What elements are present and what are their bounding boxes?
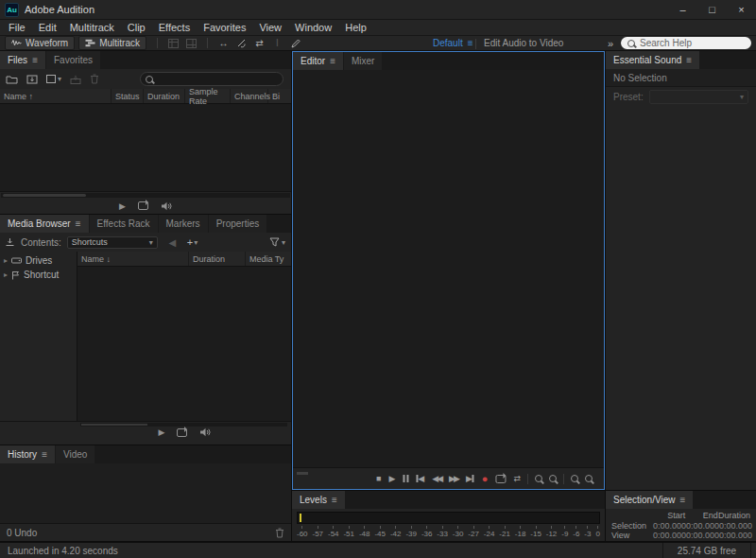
pencil-tool-icon[interactable] <box>288 39 302 48</box>
panel-menu-icon[interactable]: ≡ <box>686 55 692 65</box>
column-header[interactable]: Sample Rate <box>185 89 231 103</box>
panel-menu-icon[interactable]: ≡ <box>32 55 38 65</box>
skip-to-previous-button[interactable]: ◀ <box>416 475 424 483</box>
horizontal-scrollbar[interactable] <box>1 193 290 198</box>
insert-into-multitrack-button[interactable] <box>70 75 81 84</box>
tab[interactable]: History ≡ <box>0 445 55 463</box>
add-shortcut-button[interactable]: + ▾ <box>187 236 198 248</box>
filter-button[interactable]: ▾ <box>269 237 285 247</box>
fast-forward-button[interactable]: ▶▶ <box>449 475 458 483</box>
column-header[interactable]: Duration <box>189 252 246 266</box>
open-file-button[interactable] <box>6 75 18 84</box>
import-file-button[interactable] <box>26 75 38 84</box>
tab[interactable]: Markers ≡ <box>159 215 208 233</box>
help-search-box[interactable]: Search Help <box>621 37 751 49</box>
tab-essential-sound[interactable]: Essential Sound ≡ <box>606 51 699 69</box>
column-header[interactable]: Name ↑ <box>0 89 112 103</box>
panel-menu-icon[interactable]: ≡ <box>332 495 337 505</box>
column-header[interactable]: Status <box>112 89 144 103</box>
panel-menu-icon[interactable]: ≡ <box>330 56 335 66</box>
duration-value[interactable]: 0:00.000 <box>719 531 752 540</box>
menu-item[interactable]: Help <box>338 22 373 33</box>
record-button[interactable]: ● <box>482 474 489 484</box>
skip-to-next-button[interactable]: ▶ <box>466 475 474 483</box>
back-arrow-icon[interactable]: ◀ <box>165 237 180 248</box>
panel-menu-icon[interactable]: ≡ <box>76 218 81 229</box>
files-search-input[interactable] <box>140 72 284 86</box>
pause-button[interactable] <box>403 475 408 482</box>
column-header[interactable]: Media Ty <box>246 252 291 266</box>
column-header[interactable]: Duration <box>144 89 185 103</box>
menu-item[interactable]: Multitrack <box>63 22 121 33</box>
start-value[interactable]: 0:00.000 <box>653 521 686 531</box>
duration-value[interactable]: 0:00.000 <box>719 521 752 531</box>
rewind-button[interactable]: ◀◀ <box>432 475 441 483</box>
zoom-to-selection-button[interactable] <box>571 475 578 482</box>
panel-menu-icon[interactable]: ≡ <box>679 495 685 505</box>
tab[interactable]: Effects Rack ≡ <box>90 215 158 233</box>
scrollbar-thumb[interactable] <box>81 424 147 426</box>
end-value[interactable]: 0:00.000 <box>686 531 719 540</box>
menu-item[interactable]: Clip <box>121 22 152 33</box>
play-button[interactable]: ▶ <box>119 201 126 211</box>
maximize-button[interactable]: □ <box>697 0 727 19</box>
column-header[interactable]: Bi <box>268 89 291 103</box>
tab-levels[interactable]: Levels ≡ <box>292 491 345 509</box>
trash-icon[interactable] <box>275 528 284 538</box>
move-tool-icon[interactable]: ↔ <box>216 38 231 48</box>
chevron-right-icon[interactable]: ▸ <box>4 270 8 279</box>
download-icon[interactable] <box>5 237 15 247</box>
menu-item[interactable]: Effects <box>152 22 197 33</box>
close-button[interactable]: × <box>727 0 756 19</box>
stop-button[interactable]: ■ <box>376 475 381 483</box>
waveform-view-button[interactable]: Waveform <box>5 36 75 50</box>
menu-item[interactable]: Edit <box>32 22 63 33</box>
history-list[interactable] <box>0 463 291 523</box>
column-header[interactable]: Name ↓ <box>77 252 189 266</box>
play-button[interactable]: ▶ <box>159 427 165 437</box>
loop-playback-icon[interactable] <box>177 428 187 437</box>
tab[interactable]: Files ≡ <box>0 51 45 69</box>
column-header[interactable]: Channels <box>231 89 268 103</box>
spectral-display-icon[interactable] <box>184 39 198 48</box>
tab[interactable]: Editor ≡ <box>293 52 343 70</box>
workspace-selector[interactable]: Default ≡ <box>433 36 473 50</box>
auto-play-speaker-icon[interactable] <box>199 427 211 437</box>
menu-item[interactable]: View <box>252 22 288 33</box>
menu-item[interactable]: Favorites <box>197 22 252 33</box>
zoom-out-button[interactable] <box>549 475 557 482</box>
multitrack-view-button[interactable]: Multitrack <box>78 36 146 50</box>
skip-selection-icon[interactable]: ⇄ <box>514 475 522 483</box>
menu-item[interactable]: Window <box>288 22 338 33</box>
tab[interactable]: Media Browser ≡ <box>0 215 89 233</box>
contents-dropdown[interactable]: Shortcuts ▾ <box>67 236 158 249</box>
loop-playback-icon[interactable] <box>496 475 507 483</box>
zoom-in-button[interactable] <box>535 475 542 482</box>
menu-item[interactable]: File <box>2 22 32 33</box>
edit-audio-to-video-workspace[interactable]: Edit Audio to Video <box>484 36 563 50</box>
chevron-right-icon[interactable]: ▸ <box>4 256 8 265</box>
zoom-full-button[interactable] <box>585 475 593 482</box>
play-button[interactable]: ▶ <box>388 475 395 483</box>
scrollbar-thumb[interactable] <box>3 194 86 197</box>
auto-play-speaker-icon[interactable] <box>161 201 172 211</box>
razor-tool-icon[interactable] <box>234 39 249 48</box>
scrollbar-thumb[interactable] <box>297 472 308 475</box>
tree-item-drives[interactable]: ▸ Drives <box>0 253 77 268</box>
minimize-button[interactable]: – <box>668 0 697 19</box>
loop-playback-icon[interactable] <box>138 201 148 210</box>
tab[interactable]: Video ≡ <box>56 445 94 463</box>
files-list[interactable] <box>0 104 291 191</box>
tab-selection-view[interactable]: Selection/View ≡ <box>606 491 693 509</box>
time-selection-tool-icon[interactable]: I <box>270 38 284 48</box>
new-item-button[interactable]: ▾ <box>46 75 61 83</box>
panel-menu-icon[interactable]: ≡ <box>42 449 47 460</box>
end-value[interactable]: 0:00.000 <box>686 521 719 531</box>
workspace-overflow-button[interactable]: » <box>608 38 613 49</box>
frequency-display-icon[interactable] <box>166 39 180 48</box>
start-value[interactable]: 0:00.000 <box>653 531 686 540</box>
tab[interactable]: Mixer ≡ <box>344 52 382 70</box>
media-browser-list[interactable] <box>77 267 291 421</box>
tab[interactable]: Favorites ≡ <box>46 51 100 69</box>
preset-dropdown[interactable]: ▾ <box>649 90 748 104</box>
